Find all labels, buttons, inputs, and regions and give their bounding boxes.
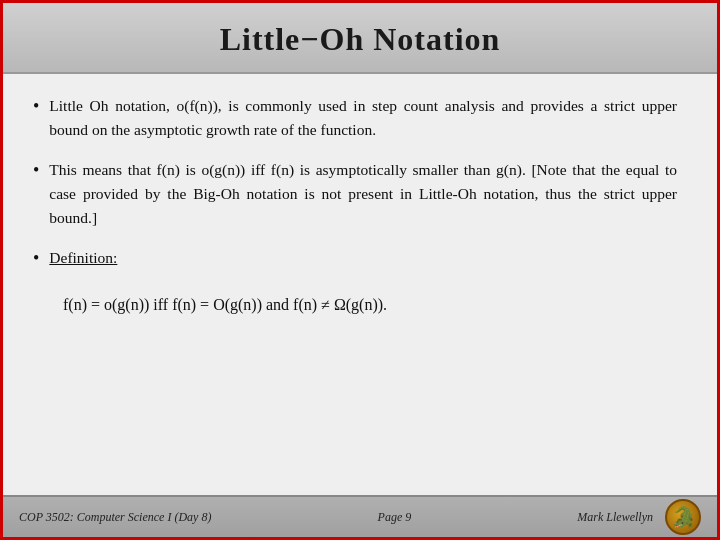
bullet-1: • Little Oh notation, o(f(n)), is common… bbox=[33, 94, 677, 142]
footer-center: Page 9 bbox=[378, 510, 412, 525]
bullet-text-1: Little Oh notation, o(f(n)), is commonly… bbox=[49, 94, 677, 142]
definition-label: Definition: bbox=[49, 249, 117, 266]
slide-body: • Little Oh notation, o(f(n)), is common… bbox=[3, 74, 717, 495]
bullet-text-3: Definition: bbox=[49, 246, 117, 270]
slide-title: Little−Oh Notation bbox=[33, 21, 687, 58]
bullet-2: • This means that f(n) is o(g(n)) iff f(… bbox=[33, 158, 677, 230]
bullet-dot-3: • bbox=[33, 248, 39, 269]
bullet-dot-1: • bbox=[33, 96, 39, 117]
slide-header: Little−Oh Notation bbox=[3, 3, 717, 74]
definition-block: f(n) = o(g(n)) iff f(n) = O(g(n)) and f(… bbox=[63, 292, 677, 318]
bullet-3: • Definition: bbox=[33, 246, 677, 270]
slide-footer: COP 3502: Computer Science I (Day 8) Pag… bbox=[3, 495, 717, 537]
footer-right-text: Mark Llewellyn bbox=[577, 510, 653, 525]
footer-left: COP 3502: Computer Science I (Day 8) bbox=[19, 510, 211, 525]
bullet-text-2: This means that f(n) is o(g(n)) iff f(n)… bbox=[49, 158, 677, 230]
footer-logo: 🐊 bbox=[665, 499, 701, 535]
bullet-dot-2: • bbox=[33, 160, 39, 181]
footer-right-content: Mark Llewellyn 🐊 bbox=[577, 499, 701, 535]
definition-text: f(n) = o(g(n)) iff f(n) = O(g(n)) and f(… bbox=[63, 296, 387, 313]
slide-container: Little−Oh Notation • Little Oh notation,… bbox=[0, 0, 720, 540]
